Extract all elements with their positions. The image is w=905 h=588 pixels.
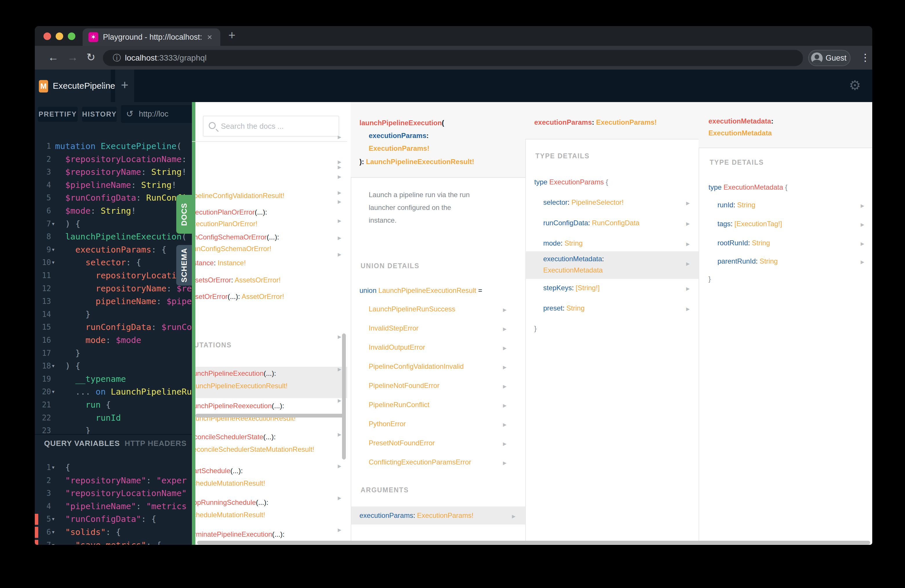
playground-new-tab-button[interactable]: + — [115, 70, 134, 102]
chevron-right-icon[interactable]: ▶ — [503, 364, 506, 370]
type-field-item[interactable]: parentRunId: String — [718, 257, 778, 265]
doc-list-item[interactable]: runConfigSchemaOrError(...): — [195, 231, 279, 243]
type-field-item[interactable]: tags: [ExecutionTag!] — [718, 220, 782, 228]
chevron-right-icon[interactable]: ▶ — [503, 441, 506, 447]
schema-side-tab[interactable]: SCHEMA — [176, 245, 192, 286]
docs-side-tab[interactable]: DOCS — [176, 195, 192, 234]
chevron-right-icon[interactable]: ▶ — [338, 463, 341, 469]
docs-search-box[interactable] — [203, 116, 339, 137]
doc-list-item[interactable]: reconcileSchedulerState(...): — [195, 431, 276, 443]
union-type-item[interactable]: PythonError — [369, 420, 406, 428]
type-field-item[interactable]: preset: String — [543, 304, 585, 312]
playground-tab-close-icon[interactable]: × — [101, 70, 106, 101]
doc-list-item[interactable]: ScheduleMutationResult! — [195, 478, 265, 489]
type-field-item[interactable]: selector: PipelineSelector! — [543, 198, 624, 207]
union-type-item[interactable]: PipelineRunConflict — [369, 401, 429, 409]
chevron-right-icon[interactable]: ▶ — [338, 252, 341, 257]
chevron-right-icon[interactable]: ▶ — [503, 345, 506, 351]
type-field-item[interactable]: stepKeys: [String!] — [543, 284, 600, 292]
chevron-right-icon[interactable]: ▶ — [861, 259, 864, 265]
chevron-right-icon[interactable]: ▶ — [503, 326, 506, 332]
chevron-right-icon[interactable]: ▶ — [338, 367, 341, 372]
search-input[interactable] — [221, 117, 334, 135]
doc-list-item[interactable]: assetOrError(...): AssetOrError! — [195, 291, 284, 302]
field-list-horizontal-scrollbar[interactable] — [195, 414, 345, 418]
chevron-right-icon[interactable]: ▶ — [338, 199, 341, 204]
chevron-right-icon[interactable]: ▶ — [686, 261, 690, 267]
chevron-right-icon[interactable]: ▶ — [503, 384, 506, 389]
type-field-item[interactable]: mode: String — [543, 239, 583, 247]
docs-horizontal-scrollbar[interactable] — [197, 541, 870, 545]
doc-list-item[interactable]: ScheduleMutationResult! — [195, 509, 265, 521]
chevron-right-icon[interactable]: ▶ — [686, 306, 690, 312]
chevron-right-icon[interactable]: ▶ — [338, 190, 341, 195]
chevron-right-icon[interactable]: ▶ — [503, 307, 506, 313]
chevron-right-icon[interactable]: ▶ — [686, 286, 690, 291]
chevron-right-icon[interactable]: ▶ — [338, 432, 341, 437]
doc-list-item[interactable]: terminatePipelineExecution(...): — [195, 529, 285, 540]
traffic-minimize-button[interactable] — [56, 32, 63, 40]
union-type-item[interactable]: InvalidStepError — [369, 324, 419, 332]
browser-menu-icon[interactable]: ⋮ — [858, 46, 872, 70]
argument-item[interactable]: executionParams: ExecutionParams! — [359, 512, 474, 520]
chevron-right-icon[interactable]: ▶ — [338, 495, 341, 501]
chevron-right-icon[interactable]: ▶ — [686, 200, 690, 206]
chevron-right-icon[interactable]: ▶ — [338, 174, 341, 180]
query-variables-tab[interactable]: QUERY VARIABLES — [44, 439, 120, 448]
chevron-right-icon[interactable]: ▶ — [338, 334, 341, 340]
chevron-right-icon[interactable]: ▶ — [338, 235, 341, 241]
chevron-right-icon[interactable]: ▶ — [338, 164, 341, 170]
doc-list-item[interactable]: assetsOrError: AssetsOrError! — [195, 274, 281, 286]
traffic-close-button[interactable] — [43, 32, 51, 40]
doc-list-item[interactable]: ExecutionPlanOrError! — [195, 218, 257, 230]
fold-icon[interactable]: ▾ — [51, 513, 55, 526]
back-icon[interactable]: ← — [48, 46, 59, 70]
fold-icon[interactable]: ▾ — [51, 218, 55, 230]
tab-close-icon[interactable]: × — [207, 29, 212, 46]
union-type-item[interactable]: InvalidOutputError — [369, 343, 425, 351]
fold-icon[interactable]: ▾ — [51, 385, 55, 398]
fold-icon[interactable]: ▾ — [51, 243, 55, 256]
browser-tab[interactable]: ✶ Playground - http://localhost:3 × — [83, 29, 220, 46]
chevron-right-icon[interactable]: ▶ — [503, 422, 506, 427]
fold-icon[interactable]: ▾ — [51, 256, 55, 269]
doc-list-item[interactable]: instance: Instance! — [195, 257, 246, 269]
chevron-right-icon[interactable]: ▶ — [512, 513, 515, 519]
chevron-right-icon[interactable]: ▶ — [503, 460, 506, 466]
doc-list-item[interactable]: ReconcileSchedulerStateMutationResult! — [195, 443, 314, 455]
type-field-item[interactable]: executionMetadata: — [543, 255, 604, 263]
url-bar[interactable]: ⓘ localhost:3333/graphql — [103, 50, 803, 66]
union-type-item[interactable]: PresetNotFoundError — [369, 439, 435, 447]
doc-list-item[interactable]: executionPlanOrError(...): — [195, 207, 267, 218]
fold-icon[interactable]: ▾ — [51, 359, 55, 373]
type-field-item[interactable]: rootRunId: String — [718, 239, 770, 247]
chevron-right-icon[interactable]: ▶ — [686, 241, 690, 247]
chevron-right-icon[interactable]: ▶ — [861, 203, 864, 208]
forward-icon[interactable]: → — [67, 46, 78, 70]
chevron-right-icon[interactable]: ▶ — [338, 218, 341, 224]
url-text[interactable]: localhost:3333/graphql — [125, 50, 207, 66]
chevron-right-icon[interactable]: ▶ — [861, 222, 864, 227]
union-type-item[interactable]: PipelineNotFoundError — [369, 381, 440, 390]
doc-list-item[interactable]: launchPipelineExecution(...): — [195, 368, 276, 379]
chevron-right-icon[interactable]: ▶ — [503, 403, 506, 408]
doc-list-item[interactable]: startSchedule(...): — [195, 465, 243, 477]
chevron-right-icon[interactable]: ▶ — [338, 159, 341, 165]
doc-list-item[interactable]: stopRunningSchedule(...): — [195, 497, 268, 508]
chevron-right-icon[interactable]: ▶ — [338, 398, 341, 403]
chevron-right-icon[interactable]: ▶ — [861, 241, 864, 246]
union-type-item[interactable]: PipelineConfigValidationInvalid — [369, 362, 464, 370]
playground-doc-tab[interactable]: M ExecutePipeline × — [35, 70, 111, 102]
field-list-vertical-scrollbar[interactable] — [342, 334, 346, 459]
http-headers-tab[interactable]: HTTP HEADERS — [125, 439, 187, 448]
type-field-item[interactable]: runId: String — [718, 201, 756, 209]
doc-list-item[interactable]: launchPipelineReexecution(...): — [195, 400, 284, 412]
fold-icon[interactable]: ▾ — [51, 539, 55, 545]
fold-icon[interactable]: ▾ — [51, 461, 55, 474]
union-type-item[interactable]: LaunchPipelineRunSuccess — [369, 305, 456, 313]
type-field-item-line2[interactable]: ExecutionMetadata — [543, 266, 603, 274]
settings-gear-icon[interactable]: ⚙ — [845, 70, 864, 102]
prettify-button[interactable]: PRETTIFY — [38, 107, 78, 122]
fold-icon[interactable]: ▾ — [51, 526, 55, 539]
type-field-item[interactable]: runConfigData: RunConfigData — [543, 219, 640, 227]
